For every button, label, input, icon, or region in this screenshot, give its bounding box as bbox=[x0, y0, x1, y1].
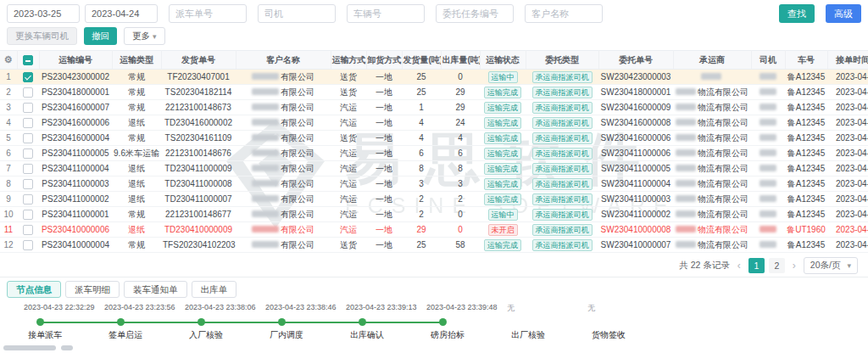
detail-tab[interactable]: 节点信息 bbox=[7, 281, 61, 298]
column-settings-header[interactable]: ⚙ bbox=[0, 51, 17, 70]
withdraw-button[interactable]: 撤回 bbox=[84, 27, 117, 45]
transport-type-cell: 常规 bbox=[112, 131, 161, 146]
row-checkbox[interactable] bbox=[23, 164, 33, 174]
redacted-text bbox=[760, 226, 776, 233]
row-index: 4 bbox=[0, 115, 17, 131]
table-row[interactable]: 8PS230411000003退纸TD230411000008有限公司汽运一地3… bbox=[0, 176, 868, 192]
column-header: 委托单号 bbox=[598, 51, 673, 70]
status-badge: 运输完成 bbox=[484, 132, 521, 144]
detail-tab[interactable]: 派车明细 bbox=[65, 281, 120, 298]
table-row[interactable]: 12PS230410000004常规TFS202304102203有限公司送货一… bbox=[0, 238, 868, 253]
commission-type-badge: 承运商指派司机 bbox=[532, 163, 593, 175]
row-checkbox[interactable] bbox=[23, 133, 33, 143]
timeline-step-dot bbox=[359, 318, 366, 326]
transport-type-cell: 9.6米车运输 bbox=[112, 146, 161, 161]
table-row[interactable]: 6PS2304110000059.6米车运输22123100148676有限公司… bbox=[0, 146, 868, 161]
transport-status-cell: 运输中 bbox=[480, 207, 526, 222]
status-badge: 运输中 bbox=[488, 209, 518, 221]
shipping-no-cell: TD230411000008 bbox=[161, 176, 236, 192]
row-checkbox[interactable] bbox=[23, 118, 33, 128]
timeline-step-dot bbox=[198, 318, 205, 326]
redacted-text bbox=[760, 195, 776, 202]
table-row[interactable]: 7PS230411000004退纸TD230411000009有限公司汽运一地8… bbox=[0, 161, 868, 176]
table-row[interactable]: 5PS230416000004常规TS202304161109有限公司送货一地4… bbox=[0, 131, 868, 146]
row-checkbox[interactable] bbox=[23, 179, 33, 189]
commission-type-badge: 承运商指派司机 bbox=[532, 224, 593, 236]
search-button[interactable]: 查找 bbox=[779, 4, 815, 23]
vehicle-no-input[interactable] bbox=[347, 4, 425, 23]
row-index: 9 bbox=[0, 192, 17, 207]
column-header: 运输类型 bbox=[112, 51, 161, 70]
table-row[interactable]: 9PS230411000002退纸TD230411000007有限公司汽运一地2… bbox=[0, 192, 868, 207]
commission-type-cell: 承运商指派司机 bbox=[526, 100, 598, 115]
timeline-step-dot bbox=[117, 318, 125, 326]
redacted-text bbox=[760, 73, 776, 80]
accept-date-cell: 2023-04- bbox=[827, 70, 868, 85]
horizontal-scrollbar-thumb-2[interactable] bbox=[61, 345, 73, 350]
customer-name-cell: 有限公司 bbox=[236, 146, 331, 161]
customer-name-input[interactable] bbox=[525, 4, 603, 23]
start-date-input[interactable] bbox=[7, 4, 80, 23]
plate-no-cell: 鲁A12345 bbox=[785, 161, 827, 176]
total-records: 共 22 条记录 bbox=[679, 260, 730, 272]
commission-type-cell: 承运商指派司机 bbox=[526, 222, 598, 238]
page-size-select[interactable]: 20条/页 ▾ bbox=[804, 257, 858, 274]
row-checkbox[interactable] bbox=[23, 194, 33, 205]
task-no-input[interactable] bbox=[436, 4, 514, 23]
end-date-input[interactable] bbox=[85, 4, 158, 23]
redacted-text bbox=[760, 119, 776, 126]
timeline-step-label: 签单启运 bbox=[108, 329, 189, 341]
page-button[interactable]: 2 bbox=[769, 258, 785, 273]
plate-no-cell: 鲁A12345 bbox=[785, 70, 827, 85]
row-checkbox[interactable] bbox=[23, 148, 33, 159]
redacted-text bbox=[252, 73, 279, 80]
row-checkbox[interactable] bbox=[23, 87, 33, 98]
table-row[interactable]: 2PS230418000001常规TS202304182114有限公司送货一地2… bbox=[0, 85, 868, 100]
status-badge: 运输完成 bbox=[484, 163, 521, 175]
redacted-text bbox=[676, 149, 696, 156]
row-checkbox[interactable] bbox=[23, 103, 33, 113]
table-row[interactable]: 1PS230423000002常规TF20230407001有限公司送货一地25… bbox=[0, 70, 868, 85]
driver-input[interactable] bbox=[258, 4, 336, 23]
select-all-checkbox[interactable] bbox=[23, 55, 33, 65]
timeline: 2023-04-23 22:32:29接单派车2023-04-23 23:23:… bbox=[0, 301, 868, 353]
change-vehicle-driver-button[interactable]: 更换车辆司机 bbox=[7, 27, 77, 45]
carrier-cell: 物流有限公司 bbox=[673, 207, 751, 222]
table-row[interactable]: 11PS230410000006退纸TD230410000009有限公司汽运一地… bbox=[0, 222, 868, 238]
advanced-button[interactable]: 高级 bbox=[826, 4, 861, 23]
out-qty-cell: 24 bbox=[441, 115, 480, 131]
row-checkbox[interactable] bbox=[23, 210, 33, 220]
prev-page-button[interactable]: ‹ bbox=[736, 260, 743, 272]
redacted-text bbox=[676, 88, 696, 95]
row-checkbox[interactable] bbox=[23, 72, 33, 82]
row-checkbox[interactable] bbox=[23, 240, 33, 250]
status-badge: 运输完成 bbox=[484, 102, 521, 114]
row-checkbox[interactable] bbox=[23, 225, 33, 235]
column-header: 司机 bbox=[751, 51, 785, 70]
redacted-text bbox=[760, 134, 776, 141]
more-button[interactable]: 更多▾ bbox=[124, 27, 165, 45]
commission-no-cell: SW230411000005 bbox=[598, 161, 673, 176]
table-row[interactable]: 3PS230416000007常规22123100148673有限公司汽运一地1… bbox=[0, 100, 868, 115]
accept-date-cell: 2023-04- bbox=[827, 192, 868, 207]
timeline-step-time: 2023-04-23 23:39:13 bbox=[346, 303, 431, 314]
dispatch-no-input[interactable] bbox=[169, 4, 247, 23]
timeline-step-label: 货物签收 bbox=[592, 329, 672, 341]
next-page-button[interactable]: › bbox=[791, 260, 798, 272]
row-index: 11 bbox=[0, 222, 17, 238]
more-button-label: 更多 bbox=[132, 31, 150, 41]
horizontal-scrollbar-thumb[interactable] bbox=[3, 345, 56, 350]
transport-no-cell: PS230410000006 bbox=[39, 222, 112, 238]
timeline-step-label: 出库确认 bbox=[350, 329, 431, 341]
detail-tab[interactable]: 出库单 bbox=[192, 281, 237, 298]
commission-type-cell: 承运商指派司机 bbox=[526, 70, 598, 85]
ship-qty-cell: 4 bbox=[402, 131, 441, 146]
page-button[interactable]: 1 bbox=[748, 258, 765, 273]
detail-tab[interactable]: 装车通知单 bbox=[124, 281, 187, 298]
table-row[interactable]: 4PS230416000006退纸TD230416000002有限公司汽运一地4… bbox=[0, 115, 868, 131]
transport-status-cell: 运输完成 bbox=[480, 85, 526, 100]
table-row[interactable]: 10PS230411000001常规22123100148677有限公司汽运一地… bbox=[0, 207, 868, 222]
timeline-step-time: 2023-04-23 23:38:46 bbox=[265, 303, 350, 314]
unload-method-cell: 一地 bbox=[366, 100, 402, 115]
redacted-text bbox=[252, 104, 279, 110]
